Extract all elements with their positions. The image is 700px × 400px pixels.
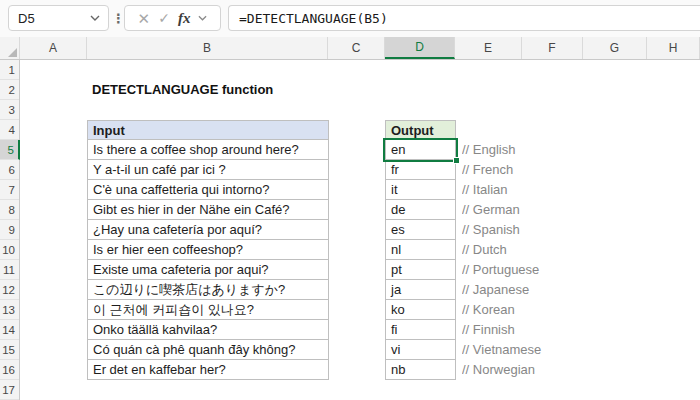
input-cell-b8[interactable]: Gibt es hier in der Nähe ein Café? [87, 200, 329, 220]
input-cell-b9[interactable]: ¿Hay una cafetería por aquí? [87, 220, 329, 240]
output-cell-d15[interactable]: vi [385, 340, 456, 360]
comment-cell-e13[interactable]: // Korean [462, 300, 622, 320]
comment-cell-e11[interactable]: // Portuguese [462, 260, 622, 280]
output-cell-d11[interactable]: pt [385, 260, 456, 280]
input-cell-b10[interactable]: Is er hier een coffeeshop? [87, 240, 329, 260]
input-cell-b6[interactable]: Y a-t-il un café par ici ? [87, 160, 329, 180]
output-cell-d16[interactable]: nb [385, 360, 456, 380]
output-cell-d6[interactable]: fr [385, 160, 456, 180]
output-cell-d13[interactable]: ko [385, 300, 456, 320]
comment-cell-e10[interactable]: // Dutch [462, 240, 622, 260]
comment-cell-e8[interactable]: // German [462, 200, 622, 220]
input-cell-b5[interactable]: Is there a coffee shop around here? [87, 140, 329, 160]
input-cell-b13[interactable]: 이 근처에 커피숍이 있나요? [87, 300, 329, 320]
output-cell-d9[interactable]: es [385, 220, 456, 240]
input-cell-b15[interactable]: Có quán cà phê quanh đây không? [87, 340, 329, 360]
fill-handle[interactable] [453, 157, 460, 164]
input-cell-b12[interactable]: この辺りに喫茶店はありますか? [87, 280, 329, 300]
comment-cell-e15[interactable]: // Vietnamese [462, 340, 622, 360]
sheet-grid: DETECTLANGUAGE functionInputOutputIs the… [0, 0, 700, 400]
input-cell-b14[interactable]: Onko täällä kahvilaa? [87, 320, 329, 340]
comment-cell-e14[interactable]: // Finnish [462, 320, 622, 340]
comment-cell-e9[interactable]: // Spanish [462, 220, 622, 240]
comment-cell-e12[interactable]: // Japanese [462, 280, 622, 300]
output-cell-d7[interactable]: it [385, 180, 456, 200]
input-cell-b16[interactable]: Er det en kaffebar her? [87, 360, 329, 380]
comment-cell-e7[interactable]: // Italian [462, 180, 622, 200]
excel-window: D5 ⋮ ✕ ✓ fx =DETECTLANGUAGE(B5) ABCDEFGH… [0, 0, 700, 400]
sheet-title-cell[interactable]: DETECTLANGUAGE function [92, 80, 392, 100]
output-cell-d10[interactable]: nl [385, 240, 456, 260]
input-header-cell[interactable]: Input [87, 120, 329, 140]
comment-cell-e5[interactable]: // English [462, 140, 622, 160]
output-cell-d8[interactable]: de [385, 200, 456, 220]
selected-cell-border [383, 138, 458, 162]
output-cell-d12[interactable]: ja [385, 280, 456, 300]
input-cell-b11[interactable]: Existe uma cafeteria por aqui? [87, 260, 329, 280]
output-cell-d14[interactable]: fi [385, 320, 456, 340]
input-cell-b7[interactable]: C'è una caffetteria qui intorno? [87, 180, 329, 200]
output-header-cell[interactable]: Output [385, 120, 456, 140]
comment-cell-e16[interactable]: // Norwegian [462, 360, 622, 380]
comment-cell-e6[interactable]: // French [462, 160, 622, 180]
